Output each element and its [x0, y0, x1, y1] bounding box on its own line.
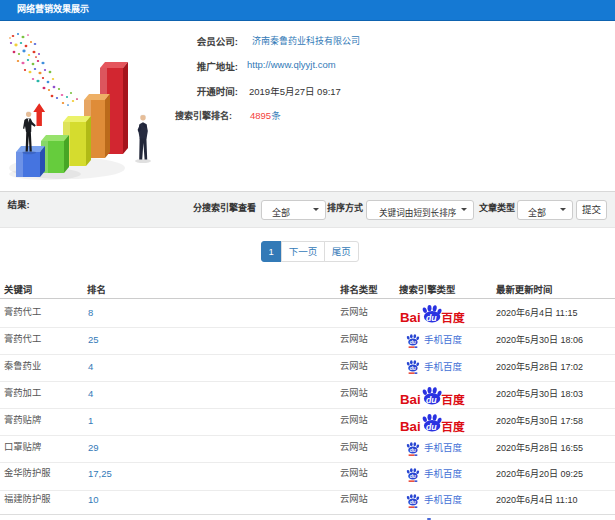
svg-text:du: du: [410, 447, 416, 453]
svg-text:du: du: [410, 366, 416, 372]
svg-text:百度: 百度: [441, 311, 465, 324]
svg-text:du: du: [410, 473, 416, 479]
svg-text:百度: 百度: [441, 420, 465, 433]
svg-text:du: du: [426, 313, 437, 323]
svg-text:Bai: Bai: [400, 392, 421, 406]
svg-text:Bai: Bai: [400, 310, 421, 324]
svg-text:Bai: Bai: [400, 419, 421, 433]
svg-text:du: du: [426, 422, 437, 432]
svg-text:du: du: [426, 394, 437, 404]
svg-text:百度: 百度: [441, 392, 465, 405]
svg-text:du: du: [410, 499, 416, 505]
svg-text:du: du: [410, 339, 416, 345]
